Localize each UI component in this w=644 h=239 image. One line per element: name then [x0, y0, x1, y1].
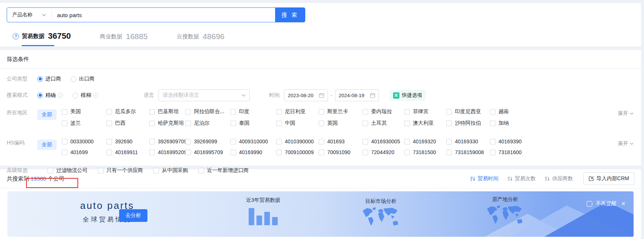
- search-button[interactable]: 搜 索: [275, 8, 305, 22]
- checkbox[interactable]: [319, 121, 324, 126]
- hs-option[interactable]: 73181600: [490, 149, 616, 155]
- radio-exact[interactable]: 精确: [37, 92, 63, 99]
- region-option[interactable]: 澳大利亚: [404, 120, 446, 127]
- dismiss-label[interactable]: 不再提醒: [596, 200, 616, 207]
- checkbox[interactable]: [276, 121, 282, 126]
- checkbox[interactable]: [446, 121, 452, 126]
- region-option[interactable]: 菲律宾: [404, 108, 446, 115]
- hs-option[interactable]: 4010390000: [276, 138, 319, 144]
- checkbox[interactable]: [404, 150, 410, 155]
- hs-option[interactable]: 4009310000: [230, 138, 276, 144]
- analyze-button[interactable]: 去分析: [119, 209, 147, 222]
- sort-trade-time[interactable]: 贸易时间: [470, 175, 498, 182]
- region-option[interactable]: 加纳: [490, 120, 616, 127]
- radio-icon[interactable]: [73, 93, 78, 98]
- region-option[interactable]: 印度尼西亚: [446, 108, 490, 115]
- checkbox[interactable]: [446, 109, 452, 115]
- checkbox[interactable]: [363, 109, 368, 115]
- hs-option[interactable]: 40169990: [230, 149, 276, 155]
- region-option[interactable]: 沙特阿拉伯: [446, 120, 490, 127]
- checkbox[interactable]: [62, 150, 67, 155]
- hs-option[interactable]: 40169390: [490, 138, 616, 144]
- radio-icon[interactable]: [71, 76, 76, 82]
- import-crm-button[interactable]: 导入内部CRM: [583, 172, 634, 185]
- checkbox[interactable]: [106, 109, 112, 115]
- hs-option[interactable]: 72044920: [363, 149, 404, 155]
- checkbox[interactable]: [319, 109, 324, 115]
- hs-option[interactable]: 70091090: [319, 149, 363, 155]
- hs-option[interactable]: 40169911: [106, 149, 149, 155]
- checkbox[interactable]: [319, 139, 324, 144]
- region-option[interactable]: 中国: [276, 120, 319, 127]
- hs-option[interactable]: 40169320: [404, 138, 446, 144]
- checkbox[interactable]: [404, 139, 410, 144]
- tab-business-data[interactable]: 商业数据 16885: [100, 32, 147, 46]
- language-select[interactable]: 请选择翻译语言: [159, 89, 250, 101]
- checkbox[interactable]: [149, 109, 155, 115]
- checkbox[interactable]: [446, 139, 452, 144]
- adv-option[interactable]: 过滤物流公司: [48, 167, 87, 174]
- hs-option[interactable]: 73181500: [404, 149, 446, 155]
- region-option[interactable]: 斯里兰卡: [319, 108, 363, 115]
- radio-exporter[interactable]: 出口商: [71, 76, 95, 82]
- checkbox[interactable]: [404, 109, 410, 115]
- hs-option[interactable]: 4016930005: [363, 138, 404, 144]
- hs-option[interactable]: 401693: [319, 138, 363, 144]
- checkbox[interactable]: [153, 168, 159, 173]
- checkbox[interactable]: [276, 150, 282, 155]
- checkbox[interactable]: [185, 121, 191, 126]
- region-option[interactable]: 美国: [62, 108, 106, 115]
- end-date-input[interactable]: 2024-08-19: [335, 89, 379, 101]
- region-option[interactable]: 波兰: [62, 120, 106, 127]
- checkbox[interactable]: [185, 150, 191, 155]
- radio-icon[interactable]: [37, 76, 43, 82]
- checkbox[interactable]: [149, 121, 155, 126]
- checkbox[interactable]: [198, 168, 204, 173]
- checkbox[interactable]: [490, 150, 495, 155]
- region-option[interactable]: 阿拉伯联合...: [185, 108, 230, 115]
- checkbox[interactable]: [276, 139, 282, 144]
- hs-option[interactable]: 39269099: [185, 138, 230, 144]
- checkbox[interactable]: [230, 109, 236, 115]
- hs-option[interactable]: 401699: [62, 149, 106, 155]
- checkbox[interactable]: [185, 139, 191, 144]
- hs-option[interactable]: 3926909709: [149, 138, 185, 144]
- checkbox[interactable]: [230, 139, 236, 144]
- checkbox[interactable]: [490, 121, 495, 126]
- checkbox[interactable]: [363, 121, 368, 126]
- search-input[interactable]: [52, 8, 275, 22]
- region-option[interactable]: 尼日利亚: [276, 108, 319, 115]
- checkbox[interactable]: [404, 121, 410, 126]
- search-category-select[interactable]: 产品名称: [7, 8, 51, 22]
- hs-option[interactable]: 7318159008: [446, 149, 490, 155]
- checkbox[interactable]: [490, 109, 495, 115]
- region-option[interactable]: 委内瑞拉: [363, 108, 404, 115]
- adv-option[interactable]: 只有一个供应商: [98, 167, 143, 174]
- radio-importer[interactable]: 进口商: [37, 76, 61, 82]
- checkbox[interactable]: [490, 139, 495, 144]
- region-option[interactable]: 土耳其: [363, 120, 404, 127]
- checkbox[interactable]: [62, 139, 67, 144]
- checkbox[interactable]: [106, 139, 112, 144]
- region-option[interactable]: 厄瓜多尔: [106, 108, 149, 115]
- hs-all-chip[interactable]: 全部: [37, 140, 57, 150]
- checkbox[interactable]: [230, 150, 236, 155]
- adv-option[interactable]: 从中国采购: [153, 167, 188, 174]
- hs-option[interactable]: 00330000: [62, 138, 106, 144]
- region-option[interactable]: 巴基斯坦: [149, 108, 185, 115]
- checkbox[interactable]: [185, 109, 191, 115]
- checkbox[interactable]: [149, 150, 155, 155]
- checkbox[interactable]: [446, 150, 452, 155]
- checkbox[interactable]: [149, 139, 155, 144]
- close-icon[interactable]: ×: [621, 200, 625, 207]
- checkbox[interactable]: [62, 121, 67, 126]
- checkbox[interactable]: [363, 150, 368, 155]
- dismiss-checkbox[interactable]: [587, 201, 592, 207]
- region-option[interactable]: 巴西: [106, 120, 149, 127]
- adv-option[interactable]: 近一年新增进口商: [198, 167, 249, 174]
- region-option[interactable]: 英国: [319, 120, 363, 127]
- start-date-input[interactable]: 2023-08-20: [284, 89, 328, 101]
- hs-option[interactable]: 7009100009: [276, 149, 319, 155]
- hs-option[interactable]: 40169330: [446, 138, 490, 144]
- region-option[interactable]: 泰国: [230, 120, 276, 127]
